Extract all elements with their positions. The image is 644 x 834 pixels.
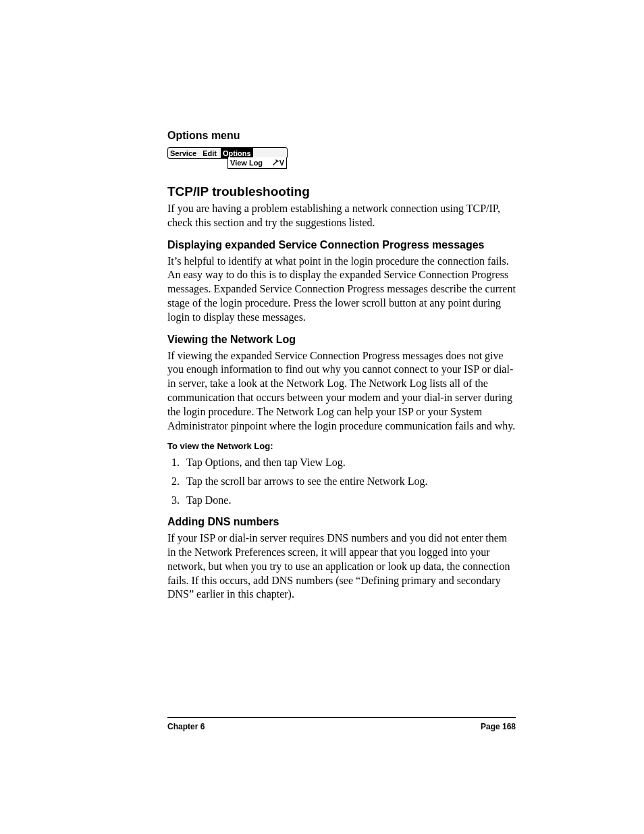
paragraph-adding-dns: If your ISP or dial-in server requires D… [167,531,516,602]
menu-item-options[interactable]: Options [221,148,253,158]
heading-displaying-expanded: Displaying expanded Service Connection P… [167,238,516,252]
paragraph-displaying: It’s helpful to identify at what point i… [167,255,516,325]
heading-tcpip-troubleshooting: TCP/IP troubleshooting [167,184,516,199]
shortcut-view-log: V [273,158,284,167]
heading-adding-dns: Adding DNS numbers [167,515,516,529]
heading-viewing-network-log: Viewing the Network Log [167,333,516,346]
footer-chapter: Chapter 6 [167,722,205,731]
paragraph-viewing: If viewing the expanded Service Connecti… [167,349,516,434]
paragraph-tcpip-intro: If you are having a problem establishing… [167,202,516,230]
menu-item-service[interactable]: Service [168,148,198,158]
heading-to-view-network-log: To view the Network Log: [167,441,516,451]
palm-menubar: Service Edit Options View Log V [167,147,288,159]
page-footer: Chapter 6 Page 168 [167,717,516,731]
heading-options-menu: Options menu [167,130,516,142]
step-1: Tap Options, and then tap View Log. [182,455,516,470]
footer-page-number: Page 168 [481,722,516,731]
options-menu-figure: Service Edit Options View Log V [167,146,516,171]
steps-list: Tap Options, and then tap View Log. Tap … [167,455,516,507]
menu-item-edit[interactable]: Edit [200,148,219,158]
graffiti-stroke-icon [273,159,279,166]
step-2: Tap the scroll bar arrows to see the ent… [182,474,516,489]
dropdown-item-view-log[interactable]: View Log [230,158,263,167]
footer-rule [167,717,516,718]
options-dropdown: View Log V [227,157,287,169]
step-3: Tap Done. [182,493,516,508]
